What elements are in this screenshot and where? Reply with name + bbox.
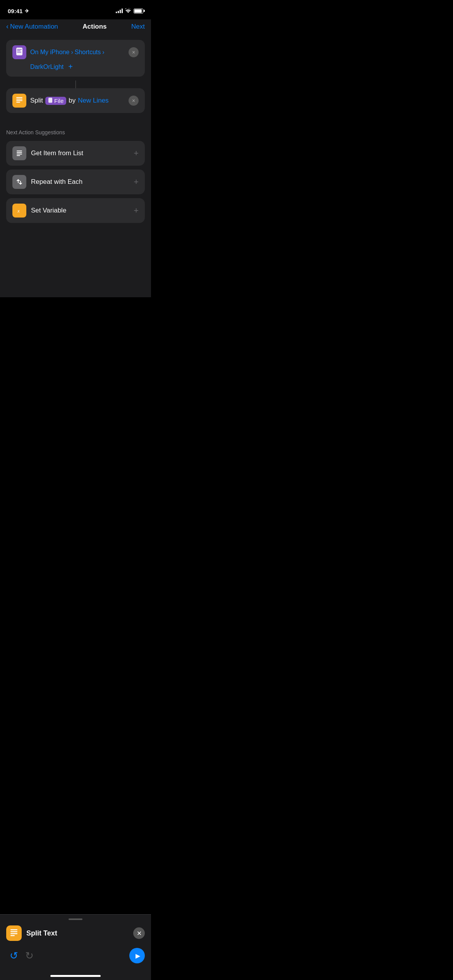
svg-rect-7 [16,102,20,103]
set-variable-icon: x [12,204,26,218]
back-button[interactable]: ‹ New Automation [6,22,58,31]
set-variable-label: Set Variable [31,207,66,214]
file-path-card: On My iPhone › Shortcuts › × DarkOrLight… [6,40,145,77]
time-display: 09:41 [8,8,22,14]
breadcrumb-shortcuts[interactable]: Shortcuts [75,49,101,56]
file-card-close-button[interactable]: × [129,47,139,57]
split-text-card: Split File by New Lines × [6,88,145,113]
suggestion-get-item[interactable]: Get Item from List + [6,141,145,166]
svg-rect-10 [17,152,22,153]
svg-text:x: x [17,208,20,214]
svg-rect-0 [16,48,22,55]
suggestion-set-variable[interactable]: x Set Variable + [6,198,145,223]
repeat-add-button[interactable]: + [134,177,139,187]
set-variable-add-button[interactable]: + [134,206,139,216]
breadcrumb-chevron-2: › [102,49,104,56]
svg-rect-6 [16,100,22,101]
location-icon: ✈ [25,8,29,14]
battery-icon [134,9,143,14]
file-symbol [15,47,23,58]
split-card-close-button[interactable]: × [129,96,139,106]
card-divider [76,81,76,88]
svg-rect-3 [17,52,21,53]
svg-rect-4 [16,97,22,98]
next-button[interactable]: Next [131,23,145,31]
file-chip-label: File [54,98,63,104]
svg-rect-2 [17,50,21,51]
split-text-symbol [15,96,23,106]
suggestions-title: Next Action Suggestions [6,129,145,135]
suggestions-section: Next Action Suggestions Get Item from Li… [0,122,151,231]
new-lines-label[interactable]: New Lines [78,97,108,105]
svg-rect-5 [16,99,22,99]
status-bar: 09:41 ✈ [0,0,151,19]
svg-rect-12 [17,155,20,156]
signal-icon [116,9,123,13]
get-item-icon [12,146,26,160]
suggestion-left-variable: x Set Variable [12,204,66,218]
suggestion-repeat-each[interactable]: Repeat with Each + [6,170,145,194]
split-action-text: Split File by New Lines [30,97,125,105]
svg-rect-1 [17,49,22,50]
file-icon [12,45,26,59]
get-item-label: Get Item from List [31,149,83,157]
svg-rect-8 [48,98,52,103]
page-title: Actions [82,23,106,31]
split-label: Split [30,97,43,105]
status-indicators [116,8,143,14]
suggestion-left-repeat: Repeat with Each [12,175,82,189]
svg-rect-11 [17,154,22,154]
file-chip-icon [48,98,53,104]
back-label[interactable]: New Automation [10,23,58,31]
by-label: by [69,97,76,105]
content-spacer [0,231,151,297]
status-time-area: 09:41 ✈ [8,8,29,14]
breadcrumb-path: On My iPhone › Shortcuts › [30,49,125,56]
repeat-label: Repeat with Each [31,178,82,186]
dark-or-light-value[interactable]: DarkOrLight + [30,62,139,71]
get-item-add-button[interactable]: + [134,148,139,158]
repeat-icon [12,175,26,189]
svg-rect-9 [17,151,22,151]
chevron-left-icon: ‹ [6,22,9,31]
file-chip[interactable]: File [45,97,66,105]
main-content: On My iPhone › Shortcuts › × DarkOrLight… [0,35,151,122]
split-text-icon [12,94,26,108]
wifi-icon [125,8,131,14]
add-path-button[interactable]: + [68,62,73,71]
navigation-bar: ‹ New Automation Actions Next [0,19,151,35]
breadcrumb-on-my-iphone[interactable]: On My iPhone [30,49,69,56]
suggestion-left-get-item: Get Item from List [12,146,83,160]
breadcrumb-chevron-1: › [71,49,73,56]
